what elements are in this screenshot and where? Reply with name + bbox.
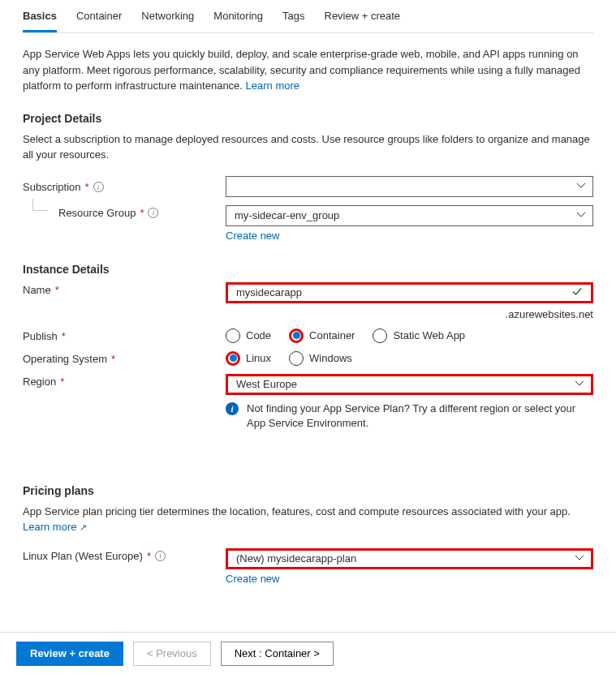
tab-monitoring[interactable]: Monitoring [213,3,263,32]
tab-review[interactable]: Review + create [325,3,401,32]
required-icon: * [140,207,144,219]
required-icon: * [62,330,66,342]
info-icon[interactable]: i [93,182,104,192]
plan-select[interactable]: (New) mysidecarapp-plan [226,548,593,569]
instance-details-heading: Instance Details [23,263,593,276]
review-create-button[interactable]: Review + create [16,642,123,666]
info-badge-icon: i [226,402,239,415]
resource-group-label: Resource Group [58,207,136,219]
publish-staticwebapp-radio[interactable]: Static Web App [373,328,465,343]
name-input[interactable]: mysidecarapp [226,282,593,303]
info-icon[interactable]: i [155,551,166,561]
publish-code-radio[interactable]: Code [226,328,271,343]
project-details-desc: Select a subscription to manage deployed… [23,131,593,163]
publish-label: Publish [23,330,58,342]
required-icon: * [85,181,89,193]
chevron-down-icon [576,180,586,192]
required-icon: * [147,550,151,562]
domain-suffix: .azurewebsites.net [226,308,593,320]
plan-label: Linux Plan (West Europe) [23,550,143,562]
os-label: Operating System [23,353,107,365]
create-new-plan-link[interactable]: Create new [226,573,279,585]
region-select[interactable]: West Europe [226,374,593,395]
next-button[interactable]: Next : Container > [221,642,334,666]
subscription-select[interactable] [226,176,593,197]
chevron-down-icon [576,209,586,221]
pricing-learn-more-link[interactable]: Learn more [23,521,87,533]
chevron-down-icon [575,552,584,565]
pricing-heading: Pricing plans [23,484,593,497]
name-label: Name [23,284,51,296]
required-icon: * [55,284,59,296]
tab-networking[interactable]: Networking [141,3,194,32]
required-icon: * [111,353,115,365]
os-windows-radio[interactable]: Windows [289,351,352,366]
subscription-label: Subscription [23,181,81,193]
region-label: Region [23,376,56,388]
learn-more-link[interactable]: Learn more [246,79,299,92]
region-note: Not finding your App Service Plan? Try a… [247,401,593,431]
pricing-desc: App Service plan pricing tier determines… [23,504,593,535]
checkmark-icon [571,285,583,299]
info-icon[interactable]: i [148,208,158,218]
create-new-rg-link[interactable]: Create new [226,230,279,242]
intro-text: App Service Web Apps lets you quickly bu… [23,46,593,94]
publish-container-radio[interactable]: Container [289,328,355,343]
project-details-heading: Project Details [23,112,593,125]
tab-basics[interactable]: Basics [23,3,57,32]
previous-button[interactable]: < Previous [133,642,211,666]
tab-container[interactable]: Container [76,3,122,32]
os-linux-radio[interactable]: Linux [226,351,271,366]
resource-group-select[interactable]: my-sidecar-env_group [226,205,593,226]
tab-tags[interactable]: Tags [282,3,304,32]
required-icon: * [60,376,64,388]
chevron-down-icon [575,378,584,390]
